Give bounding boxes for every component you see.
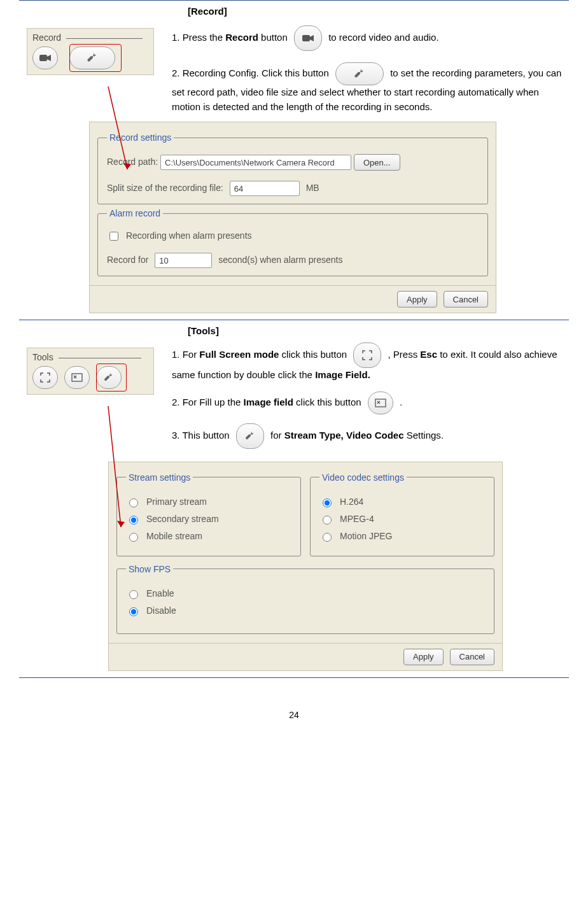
tools-mini-title: Tools <box>32 352 148 362</box>
record-mini-panel: Record <box>27 28 154 75</box>
fill-icon <box>71 373 83 382</box>
codec-option-mpeg4[interactable]: MPEG-4 <box>319 514 485 525</box>
stream-settings-fieldset: Stream settings Primary stream Secondary… <box>116 472 301 556</box>
camcorder-icon <box>39 53 52 63</box>
show-fps-fieldset: Show FPS Enable Disable <box>116 564 494 634</box>
alarm-checkbox-label: Recording when alarm presents <box>126 230 252 241</box>
divider-mid <box>19 320 569 320</box>
fullscreen-icon <box>40 372 50 383</box>
fullscreen-button[interactable] <box>32 366 58 389</box>
codec-radio-mjpeg[interactable] <box>323 533 332 542</box>
codec-radio-mpeg4[interactable] <box>323 516 332 525</box>
record-cancel-button[interactable]: Cancel <box>444 291 488 307</box>
record-settings-legend: Record settings <box>107 132 174 143</box>
stream-radio-mobile[interactable] <box>129 533 138 542</box>
svg-rect-3 <box>302 35 310 41</box>
stream-option-secondary[interactable]: Secondary stream <box>126 514 291 525</box>
page-number: 24 <box>19 710 569 720</box>
fill-image-button[interactable] <box>64 366 90 389</box>
fill-icon <box>375 399 386 407</box>
fps-radio-enable[interactable] <box>129 590 138 599</box>
split-size-input[interactable] <box>230 181 300 196</box>
tools-mini-panel: Tools <box>27 348 154 395</box>
stream-radio-secondary[interactable] <box>129 516 138 525</box>
record-button-inline[interactable] <box>294 25 322 51</box>
divider-bottom <box>19 677 569 678</box>
wrench-icon <box>353 67 367 81</box>
codec-settings-fieldset: Video codec settings H.264 MPEG-4 Motion… <box>310 472 494 556</box>
stream-option-primary[interactable]: Primary stream <box>126 497 291 507</box>
alarm-record-legend: Alarm record <box>107 208 163 218</box>
tools-section: [Tools] Tools <box>19 325 569 671</box>
fps-option-enable[interactable]: Enable <box>126 588 485 599</box>
stream-option-mobile[interactable]: Mobile stream <box>126 531 291 542</box>
fps-option-disable[interactable]: Disable <box>126 605 485 616</box>
tools-config-button-inline[interactable] <box>236 423 264 449</box>
stream-radio-primary[interactable] <box>129 498 138 507</box>
fps-radio-disable[interactable] <box>129 607 138 616</box>
wrench-icon <box>85 51 99 65</box>
record-path-input[interactable] <box>160 155 351 170</box>
record-mini-title: Record <box>32 32 148 43</box>
show-fps-legend: Show FPS <box>126 564 173 574</box>
divider-top <box>19 0 569 1</box>
stream-settings-legend: Stream settings <box>126 472 193 483</box>
record-body-text: 1. Press the Record button to record vid… <box>165 23 569 114</box>
record-button[interactable] <box>32 46 58 69</box>
fullscreen-icon <box>362 350 372 360</box>
codec-option-mjpeg[interactable]: Motion JPEG <box>319 531 485 542</box>
tools-cancel-button[interactable]: Cancel <box>450 649 494 665</box>
alarm-seconds-suffix: second(s) when alarm presents <box>218 255 342 265</box>
wrench-icon <box>244 430 256 442</box>
alarm-checkbox[interactable] <box>109 232 118 241</box>
record-section: [Record] Record <box>19 6 569 313</box>
record-settings-dialog: Record settings Record path: Open... Spl… <box>89 122 496 313</box>
record-config-button[interactable] <box>69 46 115 69</box>
fullscreen-button-inline[interactable] <box>353 343 381 368</box>
record-config-button-inline[interactable] <box>335 62 384 85</box>
codec-option-h264[interactable]: H.264 <box>319 497 485 507</box>
alarm-seconds-prefix: Record for <box>107 255 148 265</box>
record-dialog-footer: Apply Cancel <box>90 285 496 313</box>
tools-config-button[interactable] <box>96 366 122 389</box>
record-heading: [Record] <box>188 6 569 17</box>
wrench-icon <box>102 371 115 384</box>
tools-heading: [Tools] <box>188 325 569 336</box>
tools-dialog-footer: Apply Cancel <box>109 643 502 670</box>
svg-rect-0 <box>39 55 47 61</box>
open-button[interactable]: Open... <box>354 154 400 171</box>
record-apply-button[interactable]: Apply <box>397 291 437 307</box>
alarm-record-fieldset: Alarm record Recording when alarm presen… <box>97 208 488 276</box>
svg-rect-4 <box>72 374 82 381</box>
record-settings-fieldset: Record settings Record path: Open... Spl… <box>97 132 488 204</box>
tools-body-text: 1. For Full Screen mode click this butto… <box>165 343 569 454</box>
alarm-seconds-input[interactable] <box>155 253 212 268</box>
tools-settings-dialog: Stream settings Primary stream Secondary… <box>108 462 503 671</box>
camcorder-icon <box>302 33 314 43</box>
fill-image-button-inline[interactable] <box>368 392 393 414</box>
record-path-label: Record path: <box>107 157 158 167</box>
split-size-label: Split size of the recording file: <box>107 183 223 193</box>
codec-radio-h264[interactable] <box>323 498 332 507</box>
split-size-unit: MB <box>306 183 319 193</box>
codec-settings-legend: Video codec settings <box>319 472 407 483</box>
tools-apply-button[interactable]: Apply <box>403 649 444 665</box>
svg-rect-7 <box>375 399 386 407</box>
